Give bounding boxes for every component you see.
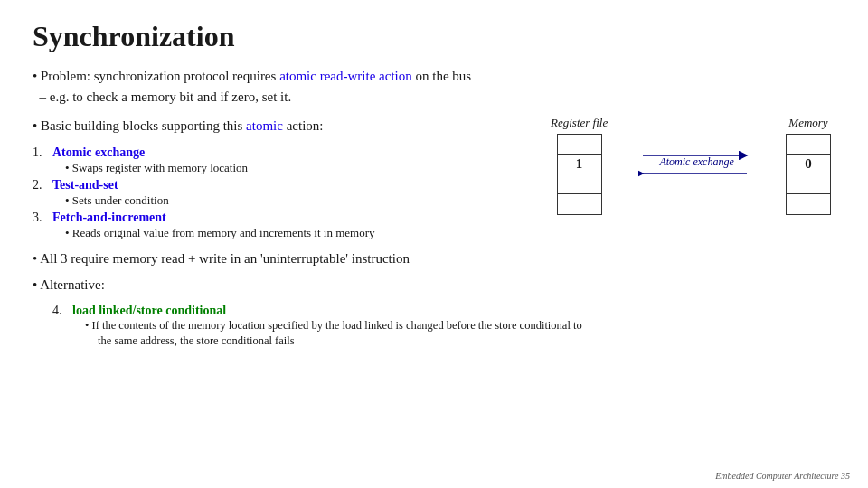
- item-3: 3. Fetch-and-increment Reads original va…: [33, 211, 537, 241]
- memory-boxes: 0: [786, 134, 831, 215]
- alternative-label: Alternative:: [40, 277, 105, 292]
- slide-title: Synchronization: [33, 20, 835, 53]
- item1-title: Atomic exchange: [52, 145, 145, 159]
- mem-box-3: [787, 174, 830, 194]
- all3-text: All 3 require memory read + write in an …: [40, 251, 410, 266]
- arrow-area: Atomic exchange: [638, 139, 756, 193]
- item4-sub2: the same address, the store conditional …: [98, 334, 582, 348]
- item-2: 2. Test-and-set Sets under condition: [33, 178, 537, 209]
- mem-box-1: [787, 135, 830, 155]
- bullet1-prefix: Problem: synchronization protocol requir…: [41, 69, 279, 83]
- memory-label: Memory: [788, 116, 827, 130]
- reg-box-3: [558, 174, 601, 194]
- alternative-section: • Alternative: 4. load linked/store cond…: [33, 275, 835, 348]
- bullet-1: • Problem: synchronization protocol requ…: [33, 66, 835, 107]
- reg-box-4: [558, 194, 601, 214]
- mem-box-4: [787, 194, 830, 214]
- alternative-header: • Alternative:: [33, 275, 835, 296]
- item3-content: Fetch-and-increment Reads original value…: [52, 211, 374, 241]
- bullet-2-header: • Basic building blocks supporting this …: [33, 116, 537, 136]
- footer: Embedded Computer Architecture 35: [715, 471, 850, 481]
- item4-num: 4.: [52, 304, 72, 318]
- register-file: Register file 1: [551, 116, 608, 215]
- item3-num: 3.: [33, 211, 52, 225]
- bullet1-highlight: atomic read-write action: [279, 69, 412, 83]
- item1-num: 1.: [33, 145, 52, 160]
- memory-file: Memory 0: [786, 116, 831, 215]
- item4-content: load linked/store conditional If the con…: [72, 304, 582, 348]
- atomic-exchange-label: Atomic exchange: [638, 155, 756, 169]
- bullet1-suffix: on the bus: [412, 69, 471, 83]
- item3-sub: Reads original value from memory and inc…: [65, 226, 374, 239]
- bullet2-prefix: Basic building blocks supporting this: [41, 118, 246, 133]
- register-boxes: 1: [557, 134, 602, 215]
- register-memory-diagram: Register file 1: [551, 116, 831, 215]
- reg-box-2-highlighted: 1: [558, 155, 601, 174]
- reg-box-1: [558, 135, 601, 155]
- item1-sub: Swaps register with memory location: [65, 161, 248, 174]
- register-file-label: Register file: [551, 116, 608, 130]
- left-column: • Basic building blocks supporting this …: [33, 116, 546, 243]
- item-4: 4. load linked/store conditional If the …: [52, 304, 835, 348]
- slide: Synchronization • Problem: synchronizati…: [0, 0, 868, 488]
- item-1: 1. Atomic exchange Swaps register with m…: [33, 145, 537, 176]
- bullet1-line2: – e.g. to check a memory bit and if zero…: [40, 89, 292, 104]
- bullet2-suffix: action:: [283, 118, 324, 133]
- mem-box-2-highlighted: 0: [787, 155, 830, 174]
- item2-title: Test-and-set: [52, 178, 118, 192]
- main-content-area: • Basic building blocks supporting this …: [33, 116, 835, 243]
- item4-sub1: If the contents of the memory location s…: [85, 319, 582, 332]
- item2-content: Test-and-set Sets under condition: [52, 178, 169, 209]
- all3-line: • All 3 require memory read + write in a…: [33, 249, 835, 269]
- bullet2-highlight: atomic: [246, 118, 283, 133]
- item2-sub: Sets under condition: [65, 193, 169, 207]
- item4-title: load linked/store conditional: [72, 304, 226, 317]
- item3-title: Fetch-and-increment: [52, 211, 166, 224]
- diagram-area: Register file 1: [546, 116, 835, 215]
- item2-num: 2.: [33, 178, 52, 192]
- item1-content: Atomic exchange Swaps register with memo…: [52, 145, 248, 176]
